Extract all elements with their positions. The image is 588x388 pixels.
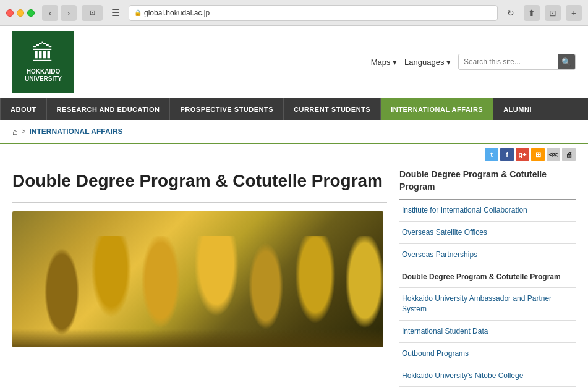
main-nav: ABOUT RESEARCH AND EDUCATION PROSPECTIVE… xyxy=(0,98,588,120)
search-button[interactable]: 🔍 xyxy=(558,54,575,70)
logo-text: HOKKAIDO UNIVERSITY xyxy=(25,68,62,83)
breadcrumb: ⌂ > INTERNATIONAL AFFAIRS xyxy=(0,120,588,144)
search-input[interactable] xyxy=(459,57,558,66)
nav-prospective[interactable]: PROSPECTIVE STUDENTS xyxy=(170,98,284,120)
menu-button[interactable]: ☰ xyxy=(108,5,124,21)
nav-alumni[interactable]: ALUMNI xyxy=(493,98,542,120)
sidebar-item-partnerships: Overseas Partnerships xyxy=(399,244,576,266)
main-content: Double Degree Program & Cotutelle Progra… xyxy=(12,164,387,387)
share-icon[interactable]: ⋘ xyxy=(547,148,560,161)
back-button[interactable]: ‹ xyxy=(42,5,58,21)
browser-chrome: ‹ › ⊡ ☰ 🔒 global.hokudai.ac.jp ↻ ⬆ ⊡ + xyxy=(0,0,588,26)
sidebar-item-ambassador: Hokkaido University Ambassador and Partn… xyxy=(399,288,576,321)
sidebar-link-partnerships[interactable]: Overseas Partnerships xyxy=(399,244,576,266)
breadcrumb-separator: > xyxy=(21,127,25,136)
social-bar: t f g+ ⊞ ⋘ 🖨 xyxy=(0,144,588,164)
maps-link[interactable]: Maps ▾ xyxy=(371,57,397,67)
sidebar-item-intl-data: International Student Data xyxy=(399,321,576,343)
site-header: 🏛 HOKKAIDO UNIVERSITY Maps ▾ Languages ▾… xyxy=(0,26,588,98)
sidebar-item-nitobe: Hokkaido University's Nitobe College xyxy=(399,365,576,387)
maximize-button[interactable] xyxy=(27,9,35,17)
sidebar-item-satellite: Overseas Satellite Offices xyxy=(399,222,576,244)
minimize-button[interactable] xyxy=(17,9,24,17)
sidebar-list: Institute for International Collaboratio… xyxy=(399,200,576,387)
sidebar-link-outbound[interactable]: Outbound Programs xyxy=(399,343,576,365)
lock-icon: 🔒 xyxy=(134,9,142,16)
header-right: Maps ▾ Languages ▾ 🔍 xyxy=(87,54,576,70)
refresh-button[interactable]: ↻ xyxy=(503,5,519,21)
nav-research[interactable]: RESEARCH AND EDUCATION xyxy=(47,98,171,120)
new-tab-button[interactable]: + xyxy=(566,5,582,21)
logo[interactable]: 🏛 HOKKAIDO UNIVERSITY xyxy=(12,31,74,93)
sidebar-item-outbound: Outbound Programs xyxy=(399,343,576,365)
url-text: global.hokudai.ac.jp xyxy=(144,9,210,17)
sidebar-item-double-degree: Double Degree Program & Cotutelle Progra… xyxy=(399,266,576,289)
page-title: Double Degree Program & Cotutelle Progra… xyxy=(12,164,387,203)
facebook-icon[interactable]: f xyxy=(500,148,514,161)
address-bar: 🔒 global.hokudai.ac.jp xyxy=(129,5,498,21)
sidebar-link-intl-data[interactable]: International Student Data xyxy=(399,321,576,342)
header-top-nav: Maps ▾ Languages ▾ 🔍 xyxy=(371,54,576,70)
breadcrumb-international-link[interactable]: INTERNATIONAL AFFAIRS xyxy=(29,127,122,136)
hero-image xyxy=(12,211,383,347)
sidebar-title: Double Degree Program & Cotutelle Progra… xyxy=(399,164,576,200)
logo-crest-icon: 🏛 xyxy=(32,41,54,67)
google-plus-icon[interactable]: g+ xyxy=(516,148,529,161)
close-button[interactable] xyxy=(6,9,14,17)
nav-current[interactable]: CURRENT STUDENTS xyxy=(284,98,381,120)
sidebar-link-ambassador[interactable]: Hokkaido University Ambassador and Partn… xyxy=(399,288,576,320)
sidebar-item-institute: Institute for International Collaboratio… xyxy=(399,200,576,222)
print-icon[interactable]: 🖨 xyxy=(562,148,576,161)
tab-button[interactable]: ⊡ xyxy=(545,5,561,21)
sidebar-link-double-degree[interactable]: Double Degree Program & Cotutelle Progra… xyxy=(399,266,576,288)
window-view-button[interactable]: ⊡ xyxy=(82,5,103,21)
content-area: Double Degree Program & Cotutelle Progra… xyxy=(0,164,588,388)
sidebar-link-nitobe[interactable]: Hokkaido University's Nitobe College xyxy=(399,365,576,387)
sidebar-link-institute[interactable]: Institute for International Collaboratio… xyxy=(399,200,576,221)
search-box: 🔍 xyxy=(458,54,576,70)
share-button[interactable]: ⬆ xyxy=(524,5,540,21)
nav-international[interactable]: INTERNATIONAL AFFAIRS xyxy=(381,98,493,120)
twitter-icon[interactable]: t xyxy=(485,148,498,161)
nav-arrows: ‹ › xyxy=(42,5,77,21)
rss-icon[interactable]: ⊞ xyxy=(531,148,545,161)
nav-about[interactable]: ABOUT xyxy=(0,98,47,120)
window-controls xyxy=(6,9,35,17)
languages-link[interactable]: Languages ▾ xyxy=(404,57,451,67)
sidebar: Double Degree Program & Cotutelle Progra… xyxy=(399,164,576,387)
home-icon[interactable]: ⌂ xyxy=(12,127,17,137)
sidebar-link-satellite[interactable]: Overseas Satellite Offices xyxy=(399,222,576,243)
forward-button[interactable]: › xyxy=(61,5,77,21)
